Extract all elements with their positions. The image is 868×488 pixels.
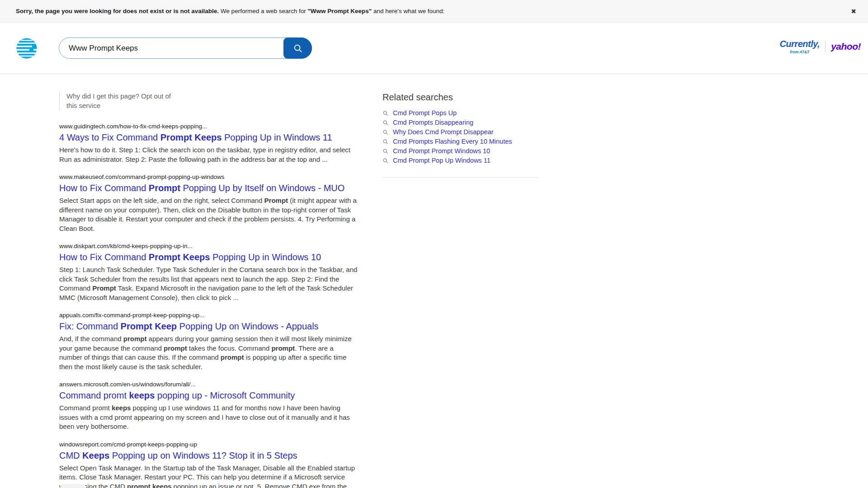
related-search-label: Cmd Prompts Flashing Every 10 Minutes <box>393 138 512 145</box>
notification-bar: Sorry, the page you were looking for doe… <box>0 0 868 23</box>
header: Currently, from AT&T yahoo! <box>0 23 868 74</box>
search-icon <box>382 129 388 135</box>
notification-message-suffix: and here's what we found: <box>372 8 444 14</box>
related-searches-heading: Related searches <box>382 92 539 103</box>
result-title-link[interactable]: How to Fix Command Prompt Popping Up by … <box>59 182 358 194</box>
related-search-link[interactable]: Cmd Prompt Prompt Windows 10 <box>382 148 539 154</box>
notification-message-bold: Sorry, the page you were looking for doe… <box>16 8 219 14</box>
related-divider <box>382 177 539 178</box>
related-search-link[interactable]: Why Does Cmd Prompt Disappear <box>382 129 539 135</box>
search-icon <box>382 148 388 154</box>
att-globe-logo <box>16 38 38 59</box>
result-title-link[interactable]: Fix: Command Prompt Keep Popping Up on W… <box>59 320 358 332</box>
notification-message: Sorry, the page you were looking for doe… <box>16 8 444 14</box>
result-snippet: Command promt keeps popping up I use win… <box>59 404 358 432</box>
search-result: www.guidingtech.com/how-to-fix-cmd-keeps… <box>59 123 358 164</box>
yahoo-logo: yahoo! <box>831 41 861 52</box>
result-snippet: Step 1: Launch Task Scheduler. Type Task… <box>59 265 358 302</box>
result-title-link[interactable]: Command promt keeps popping up - Microso… <box>59 389 358 401</box>
currently-logo: Currently, from AT&T <box>779 39 820 54</box>
result-snippet: And, if the command prompt appears durin… <box>59 334 358 371</box>
results-column: Why did I get this page? Opt out of this… <box>59 91 358 488</box>
related-search-label: Why Does Cmd Prompt Disappear <box>393 129 493 135</box>
main-content: Why did I get this page? Opt out of this… <box>0 74 868 488</box>
search-icon <box>382 158 388 164</box>
optout-note[interactable]: Why did I get this page? Opt out of this… <box>59 91 173 110</box>
result-url: appuals.com/fix-command-prompt-keep-popp… <box>59 312 358 319</box>
related-search-label: Cmd Prompt Prompt Windows 10 <box>393 148 490 154</box>
search-result: windowsreport.com/cmd-prompt-keeps-poppi… <box>59 441 358 488</box>
result-url: www.diskpart.com/kb/cmd-keeps-popping-up… <box>59 243 358 249</box>
result-snippet: Select Start apps on the left side, and … <box>59 196 358 233</box>
result-title-link[interactable]: 4 Ways to Fix Command Prompt Keeps Poppi… <box>59 131 358 143</box>
search-result: www.makeuseof.com/command-prompt-popping… <box>59 174 358 233</box>
result-snippet: Here's how to do it. Step 1: Click the s… <box>59 145 358 164</box>
notification-message-prefix: We performed a web search for <box>219 8 307 14</box>
result-url: windowsreport.com/cmd-prompt-keeps-poppi… <box>59 441 358 448</box>
search-icon <box>293 43 303 53</box>
search-form <box>59 38 312 59</box>
search-icon <box>382 139 388 145</box>
related-searches-panel: Related searches Cmd Prompt Pops Up Cmd … <box>382 92 539 178</box>
search-result: answers.microsoft.com/en-us/windows/foru… <box>59 381 358 432</box>
related-search-link[interactable]: Cmd Prompt Pop Up Windows 11 <box>382 157 539 164</box>
result-title-link[interactable]: How to Fix Command Prompt Keeps Popping … <box>59 251 358 263</box>
search-result: appuals.com/fix-command-prompt-keep-popp… <box>59 312 358 371</box>
pagination-button-partial[interactable] <box>60 484 87 488</box>
search-button[interactable] <box>283 38 312 59</box>
related-search-link[interactable]: Cmd Prompt Pops Up <box>382 110 539 116</box>
search-input[interactable] <box>59 38 312 59</box>
search-icon <box>382 110 388 116</box>
related-search-link[interactable]: Cmd Prompts Flashing Every 10 Minutes <box>382 138 539 145</box>
branding: Currently, from AT&T yahoo! <box>779 39 861 54</box>
brand-divider <box>825 41 826 52</box>
search-result: www.diskpart.com/kb/cmd-keeps-popping-up… <box>59 243 358 302</box>
related-search-label: Cmd Prompt Pop Up Windows 11 <box>393 157 491 164</box>
search-icon <box>382 120 388 126</box>
related-searches-list: Cmd Prompt Pops Up Cmd Prompts Disappear… <box>382 110 539 164</box>
currently-from-att: from AT&T <box>790 50 809 54</box>
related-search-label: Cmd Prompt Pops Up <box>393 110 457 116</box>
result-url: www.guidingtech.com/how-to-fix-cmd-keeps… <box>59 123 358 130</box>
results-list: www.guidingtech.com/how-to-fix-cmd-keeps… <box>59 123 358 488</box>
result-snippet: Select Open Task Manager. In the Startup… <box>59 464 358 488</box>
related-search-link[interactable]: Cmd Prompts Disappearing <box>382 119 539 126</box>
notification-query: "Www Prompt Keeps" <box>307 8 372 14</box>
result-url: answers.microsoft.com/en-us/windows/foru… <box>59 381 358 388</box>
result-url: www.makeuseof.com/command-prompt-popping… <box>59 174 358 180</box>
result-title-link[interactable]: CMD Keeps Popping up on Windows 11? Stop… <box>59 450 358 461</box>
close-icon[interactable]: ✖ <box>849 6 858 16</box>
related-search-label: Cmd Prompts Disappearing <box>393 119 473 126</box>
currently-wordmark: Currently, <box>779 39 820 49</box>
